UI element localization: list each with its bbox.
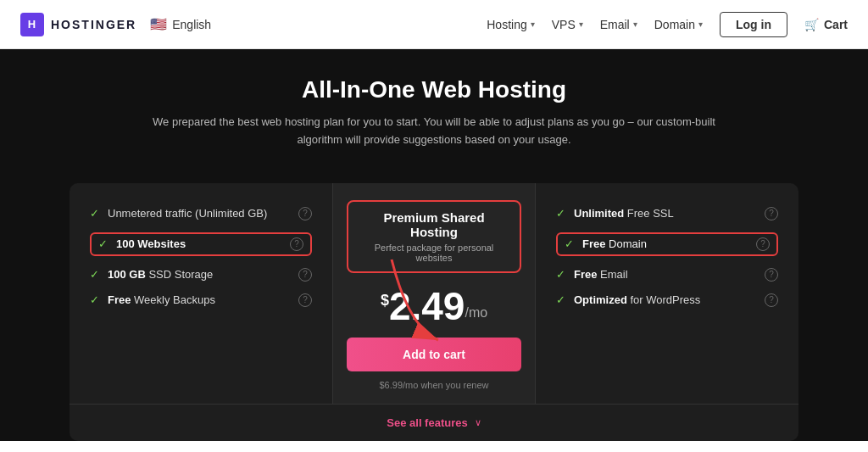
navbar-left: H HOSTINGER 🇺🇸 English (20, 13, 211, 36)
add-to-cart-button[interactable]: Add to cart (347, 338, 521, 371)
nav-item-email[interactable]: Email ▾ (600, 18, 637, 31)
info-icon[interactable]: ? (765, 268, 778, 282)
logo-icon: H (20, 13, 44, 36)
nav-domain-label: Domain (654, 18, 695, 31)
pricing-wrapper: ✓ Unmetered traffic (Unlimited GB) ? ✓ 1… (70, 183, 798, 441)
logo[interactable]: H HOSTINGER (20, 13, 136, 36)
feature-domain-text: Free Domain (582, 237, 647, 250)
info-icon[interactable]: ? (765, 293, 778, 307)
info-icon[interactable]: ? (298, 293, 312, 307)
check-icon: ✓ (90, 293, 99, 306)
feature-ssl-text: Unlimited Free SSL (574, 207, 674, 220)
feature-backups: ✓ Free Weekly Backups ? (90, 293, 312, 307)
feature-unmetered: ✓ Unmetered traffic (Unlimited GB) ? (90, 207, 312, 220)
navbar: H HOSTINGER 🇺🇸 English Hosting ▾ VPS ▾ E… (0, 0, 868, 49)
plan-badge: Premium Shared Hosting Perfect package f… (347, 200, 521, 273)
login-button[interactable]: Log in (720, 12, 787, 37)
pricing-main: ✓ Unmetered traffic (Unlimited GB) ? ✓ 1… (70, 183, 798, 404)
nav-item-hosting[interactable]: Hosting ▾ (487, 18, 534, 31)
language-label: English (172, 18, 211, 31)
chevron-down-icon: ▾ (579, 20, 583, 29)
hero-title: All-In-One Web Hosting (17, 76, 851, 103)
info-icon[interactable]: ? (298, 207, 312, 220)
chevron-down-icon: ▾ (633, 20, 637, 29)
feature-websites-text: 100 Websites (116, 237, 186, 250)
pricing-card: ✓ Unmetered traffic (Unlimited GB) ? ✓ 1… (70, 183, 798, 441)
plan-name: Premium Shared Hosting (365, 210, 503, 239)
see-all-features-label: See all features (387, 416, 467, 429)
nav-email-label: Email (600, 18, 630, 31)
feature-email-text: Free Email (574, 268, 628, 281)
check-icon: ✓ (556, 268, 565, 281)
nav-hosting-label: Hosting (487, 18, 526, 31)
feature-ssl: ✓ Unlimited Free SSL ? (556, 207, 778, 220)
navbar-right: Hosting ▾ VPS ▾ Email ▾ Domain ▾ Log in … (487, 12, 848, 37)
price-dollar: $ (381, 292, 389, 310)
check-icon: ✓ (565, 237, 574, 250)
feature-unmetered-text: Unmetered traffic (Unlimited GB) (108, 207, 267, 220)
check-icon: ✓ (98, 237, 108, 250)
chevron-down-icon: ∨ (475, 417, 481, 428)
feature-storage-text: 100 GB SSD Storage (108, 268, 213, 281)
hero-description: We prepared the best web hosting plan fo… (146, 114, 722, 149)
cart-button[interactable]: 🛒 Cart (804, 18, 848, 31)
feature-backups-text: Free Weekly Backups (108, 293, 215, 306)
check-icon: ✓ (90, 207, 99, 220)
price-display: $ 2.49 /mo (381, 287, 487, 326)
hero-section: All-In-One Web Hosting We prepared the b… (0, 49, 868, 170)
cart-icon: 🛒 (804, 18, 819, 31)
price-amount: 2.49 (389, 287, 465, 326)
check-icon: ✓ (90, 268, 99, 281)
features-right: ✓ Unlimited Free SSL ? ✓ Free Domain ? ✓… (536, 183, 798, 404)
cart-label: Cart (824, 18, 848, 31)
language-selector[interactable]: 🇺🇸 English (150, 16, 211, 32)
check-icon: ✓ (556, 293, 565, 306)
feature-wordpress: ✓ Optimized for WordPress ? (556, 293, 778, 307)
chevron-down-icon: ▾ (698, 20, 703, 29)
logo-text: HOSTINGER (51, 18, 136, 31)
nav-vps-label: VPS (552, 18, 576, 31)
check-icon: ✓ (556, 207, 565, 220)
chevron-down-icon: ▾ (531, 20, 535, 29)
plan-description: Perfect package for personal websites (365, 243, 503, 263)
feature-storage: ✓ 100 GB SSD Storage ? (90, 268, 312, 282)
info-icon[interactable]: ? (298, 268, 312, 282)
feature-wordpress-text: Optimized for WordPress (574, 293, 700, 306)
feature-websites: ✓ 100 Websites ? (90, 232, 312, 256)
renew-text: $6.99/mo when you renew (379, 380, 488, 390)
info-icon[interactable]: ? (765, 207, 778, 220)
flag-icon: 🇺🇸 (150, 16, 167, 32)
nav-item-domain[interactable]: Domain ▾ (654, 18, 703, 31)
feature-email: ✓ Free Email ? (556, 268, 778, 282)
info-icon[interactable]: ? (290, 237, 303, 251)
price-period: /mo (465, 305, 487, 321)
info-icon[interactable]: ? (756, 237, 770, 251)
features-left: ✓ Unmetered traffic (Unlimited GB) ? ✓ 1… (70, 183, 332, 404)
pricing-footer[interactable]: See all features ∨ (70, 404, 798, 441)
pricing-section: ✓ Unmetered traffic (Unlimited GB) ? ✓ 1… (0, 170, 868, 441)
pricing-center: Premium Shared Hosting Perfect package f… (332, 183, 536, 404)
nav-item-vps[interactable]: VPS ▾ (552, 18, 583, 31)
feature-domain: ✓ Free Domain ? (556, 232, 778, 256)
